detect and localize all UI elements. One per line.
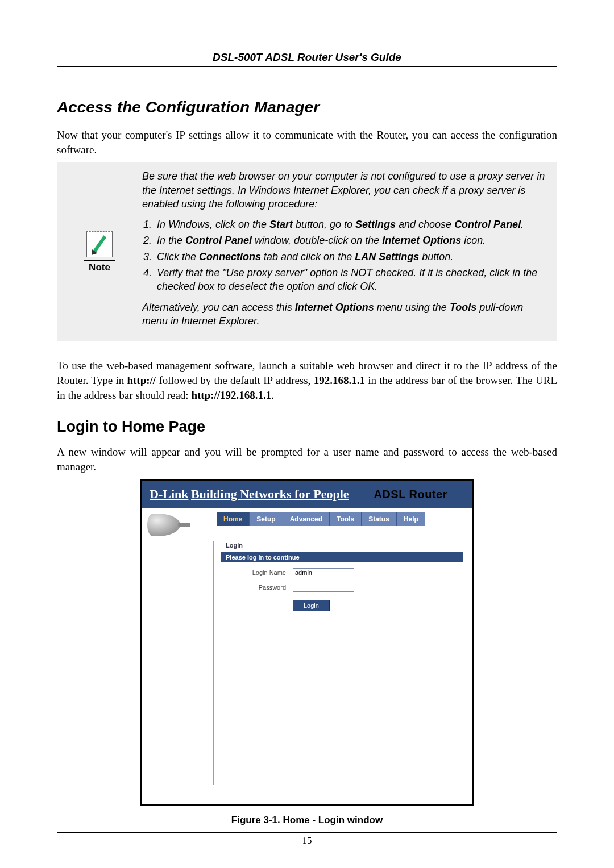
page-header: DSL-500T ADSL Router User's Guide [57,51,557,67]
tab-advanced[interactable]: Advanced [283,512,330,526]
footer-rule [57,832,557,833]
password-row: Password [238,583,472,592]
login-button[interactable]: Login [293,600,330,611]
note-alt: Alternatively, you can access this Inter… [142,301,549,328]
intro-paragraph: Now that your computer's IP settings all… [57,128,557,157]
section-title: Access the Configuration Manager [57,98,557,116]
login-instruction-bar: Please log in to continue [221,552,463,562]
note-step-3: Click the Connections tab and click on t… [155,250,549,264]
note-icon-column: Note [57,162,142,341]
note-text-column: Be sure that the web browser on your com… [142,162,557,341]
tab-setup[interactable]: Setup [250,512,283,526]
tab-tools[interactable]: Tools [330,512,362,526]
password-label: Password [238,584,286,591]
login-screenshot: D-Link Building Networks for People ADSL… [140,479,474,826]
note-step-4: Verify that the "Use proxy server" optio… [155,266,549,294]
tab-bar: Home Setup Advanced Tools Status Help [217,512,468,526]
header-title: DSL-500T ADSL Router User's Guide [57,51,557,66]
note-preamble: Be sure that the web browser on your com… [142,169,549,211]
subsection-body: A new window will appear and you will be… [57,445,557,474]
tab-help[interactable]: Help [397,512,425,526]
login-name-input[interactable] [293,568,354,577]
page-number: 15 [57,835,557,846]
brand-logo: D-Link Building Networks for People [150,488,349,500]
router-title: ADSL Router [374,488,464,501]
figure-caption: Figure 3-1. Home - Login window [140,815,474,826]
login-name-label: Login Name [238,569,286,576]
plug-icon [147,514,180,536]
note-icon [86,231,113,257]
subsection-title: Login to Home Page [57,418,557,436]
login-section-label: Login [226,542,472,549]
note-step-2: In the Control Panel window, double-clic… [155,233,549,247]
note-label: Note [89,262,110,273]
password-input[interactable] [293,583,354,592]
note-step-1: In Windows, click on the Start button, g… [155,218,549,231]
pencil-icon [93,235,106,253]
note-steps: In Windows, click on the Start button, g… [142,218,549,293]
note-block: Note Be sure that the web browser on you… [57,162,557,341]
login-name-row: Login Name [238,568,472,577]
screenshot-main: Home Setup Advanced Tools Status Help Lo… [215,508,472,804]
tab-status[interactable]: Status [362,512,397,526]
tab-home[interactable]: Home [217,512,250,526]
screenshot-sidebar [142,508,215,804]
usage-paragraph: To use the web-based management software… [57,358,557,402]
screenshot-header: D-Link Building Networks for People ADSL… [142,481,472,508]
